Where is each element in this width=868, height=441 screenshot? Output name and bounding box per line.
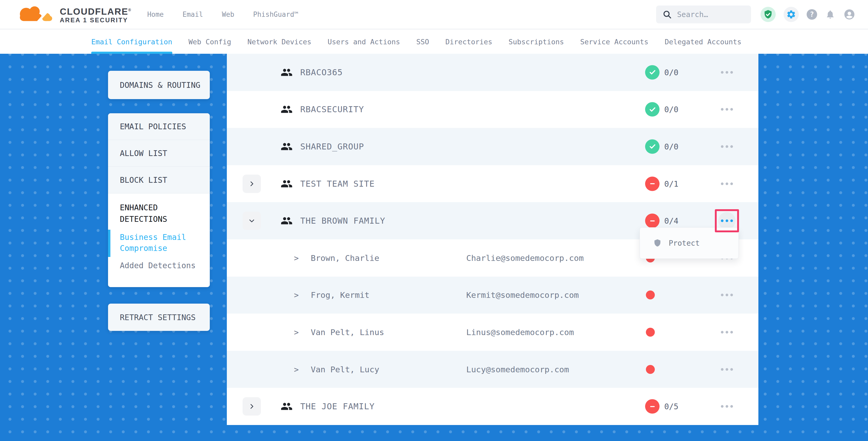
collapse-row-button[interactable] <box>243 212 261 230</box>
sidebar-item-domains-routing[interactable]: DOMAINS & ROUTING <box>108 71 210 99</box>
group-icon <box>281 178 293 190</box>
table-row-the-joe-family: THE JOE FAMILY0/5 <box>227 388 758 425</box>
row-actions-ellipsis-button[interactable] <box>718 101 736 118</box>
row-actions-ellipsis-button[interactable] <box>718 212 736 229</box>
nav-item-phishguard[interactable]: PhishGuard™ <box>253 10 298 18</box>
row-actions-ellipsis-button[interactable] <box>718 138 736 155</box>
status-dot-red <box>646 328 655 337</box>
search-input[interactable] <box>677 10 745 19</box>
context-menu-protect[interactable]: Protect <box>640 227 739 259</box>
bell-icon[interactable] <box>825 9 835 20</box>
table-row-frog-kermit: >Frog, KermitKermit@somedemocorp.com <box>227 277 758 314</box>
group-icon <box>281 215 293 227</box>
enhanced-detections-label: ENHANCED DETECTIONS <box>120 202 198 225</box>
sidebar-item-allow-list[interactable]: ALLOW LIST <box>108 140 210 167</box>
person-name: Van Pelt, Linus <box>311 327 384 337</box>
table-row-shared-group: SHARED_GROUP0/0 <box>227 128 758 165</box>
search-icon <box>662 10 672 19</box>
tab-email-configuration[interactable]: Email Configuration <box>91 30 172 54</box>
gear-icon[interactable] <box>783 7 799 22</box>
table-row-van-pelt-lucy: >Van Pelt, LucyLucy@somedemocorp.com <box>227 351 758 388</box>
protect-menu-label: Protect <box>669 239 700 248</box>
nav-item-email[interactable]: Email <box>183 10 203 18</box>
group-icon <box>281 140 293 153</box>
sidebar-item-business-email-compromise[interactable]: Business Email Compromise <box>120 232 199 254</box>
status-badge-check <box>645 139 659 154</box>
person-chevron-icon[interactable]: > <box>294 253 299 262</box>
nav-item-home[interactable]: Home <box>147 10 164 18</box>
expand-row-button[interactable] <box>243 175 261 193</box>
table-row-rbaco365: RBACO3650/0 <box>227 54 758 91</box>
help-glyph: ? <box>810 10 814 18</box>
person-email: Kermit@somedemocorp.com <box>466 290 579 300</box>
sidebar-item-label: DOMAINS & ROUTING <box>108 81 200 90</box>
person-chevron-icon[interactable]: > <box>294 290 299 300</box>
sidebar-item-label: RETRACT SETTINGS <box>108 313 196 322</box>
person-name: Frog, Kermit <box>311 290 370 300</box>
group-name: TEST TEAM SITE <box>300 179 375 189</box>
tab-subscriptions[interactable]: Subscriptions <box>508 30 564 54</box>
shield-icon <box>653 239 662 248</box>
table-row-van-pelt-linus: >Van Pelt, LinusLinus@somedemocorp.com <box>227 314 758 351</box>
nav-item-web[interactable]: Web <box>222 10 234 18</box>
group-name: RBACO365 <box>300 67 343 77</box>
row-actions-ellipsis-button[interactable] <box>718 175 736 192</box>
table-row-test-team-site: TEST TEAM SITE0/1 <box>227 165 758 202</box>
row-actions-ellipsis-button[interactable] <box>718 323 736 341</box>
protected-count: 0/0 <box>664 68 678 77</box>
status-dot-red <box>646 365 655 374</box>
protected-count: 0/0 <box>664 105 678 114</box>
row-actions-ellipsis-button[interactable] <box>718 398 736 415</box>
shield-check-icon[interactable] <box>761 7 776 22</box>
row-actions-ellipsis-button[interactable] <box>718 286 736 304</box>
sidebar-item-email-policies[interactable]: EMAIL POLICIES <box>108 113 210 140</box>
status-badge-minus <box>645 399 659 414</box>
group-icon <box>281 400 293 412</box>
content-area: DOMAINS & ROUTING EMAIL POLICIESALLOW LI… <box>0 54 868 441</box>
row-actions-ellipsis-button[interactable] <box>718 361 736 378</box>
group-icon <box>281 66 293 78</box>
row-actions-ellipsis-button[interactable] <box>718 64 736 81</box>
logo-subtitle: AREA 1 SECURITY <box>60 17 131 24</box>
sidebar-item-added-detections[interactable]: Added Detections <box>120 260 199 271</box>
logo-mark: ® <box>128 8 131 12</box>
tab-directories[interactable]: Directories <box>445 30 492 54</box>
person-chevron-icon[interactable]: > <box>294 327 299 337</box>
status-badge-minus <box>645 214 659 228</box>
top-header: CLOUDFLARE® AREA 1 SECURITY HomeEmailWeb… <box>0 0 868 29</box>
expand-row-button[interactable] <box>243 397 261 416</box>
sidebar-item-block-list[interactable]: BLOCK LIST <box>108 167 210 193</box>
tab-users-and-actions[interactable]: Users and Actions <box>328 30 400 54</box>
tab-web-config[interactable]: Web Config <box>189 30 231 54</box>
status-badge-check <box>645 102 659 117</box>
status-badge-minus <box>645 177 659 191</box>
person-email: Linus@somedemocorp.com <box>466 327 574 337</box>
logo-brand: CLOUDFLARE® <box>60 5 131 17</box>
status-badge-check <box>645 65 659 80</box>
top-nav: HomeEmailWebPhishGuard™ <box>147 10 298 18</box>
person-chevron-icon[interactable]: > <box>294 365 299 374</box>
help-icon[interactable]: ? <box>807 9 817 20</box>
search-bar <box>656 5 751 23</box>
protected-count: 0/4 <box>664 216 678 225</box>
tab-sso[interactable]: SSO <box>416 30 429 54</box>
tab-network-devices[interactable]: Network Devices <box>247 30 311 54</box>
cloudflare-logo[interactable]: CLOUDFLARE® AREA 1 SECURITY <box>13 5 131 24</box>
header-icon-cluster: ? <box>761 7 856 22</box>
protected-count: 0/1 <box>664 179 678 188</box>
account-icon[interactable] <box>843 8 856 21</box>
tab-service-accounts[interactable]: Service Accounts <box>580 30 649 54</box>
app-window: CLOUDFLARE® AREA 1 SECURITY HomeEmailWeb… <box>0 0 868 441</box>
person-email: Lucy@somedemocorp.com <box>466 365 569 374</box>
tab-delegated-accounts[interactable]: Delegated Accounts <box>665 30 742 54</box>
group-name: RBACSECURITY <box>300 104 364 114</box>
sidebar-section-enhanced-detections[interactable]: ENHANCED DETECTIONS Business Email Compr… <box>108 193 210 287</box>
section-tab-bar: Email ConfigurationWeb ConfigNetwork Dev… <box>0 30 868 54</box>
sidebar-policies-card: EMAIL POLICIESALLOW LISTBLOCK LIST ENHAN… <box>108 113 210 287</box>
status-dot-red <box>646 290 655 300</box>
cloudflare-cloud-icon <box>13 5 58 24</box>
sidebar-item-retract-settings[interactable]: RETRACT SETTINGS <box>108 304 210 331</box>
group-name: THE BROWN FAMILY <box>300 216 385 226</box>
protected-count: 0/0 <box>664 142 678 151</box>
person-email: Charlie@somedemocorp.com <box>466 253 584 263</box>
